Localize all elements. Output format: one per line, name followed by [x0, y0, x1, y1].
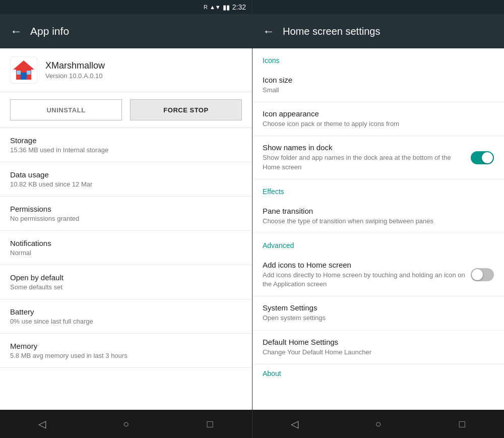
nav-recent-button[interactable]: □ — [195, 414, 225, 434]
page-title: App info — [30, 25, 69, 37]
svg-rect-2 — [21, 73, 27, 80]
permissions-item[interactable]: Permissions No permissions granted — [0, 197, 252, 231]
uninstall-button[interactable]: UNINSTALL — [10, 99, 122, 120]
icon-size-text: Icon size Small — [263, 76, 494, 95]
pane-transition-item[interactable]: Pane transition Choose the type of trans… — [253, 200, 504, 233]
action-buttons: UNINSTALL FORCE STOP — [0, 92, 252, 128]
notifications-item[interactable]: Notifications Normal — [0, 231, 252, 265]
settings-list: Icons Icon size Small Icon appearance Ch… — [253, 48, 504, 410]
svg-rect-3 — [17, 71, 21, 75]
right-status-bar — [253, 0, 504, 14]
app-name: XMarshmallow — [45, 60, 105, 71]
data-usage-label: Data usage — [10, 170, 242, 179]
left-panel: R ▲▼ ▮▮ 2:32 ← App info XMar — [0, 0, 252, 438]
force-stop-button[interactable]: FORCE STOP — [130, 99, 242, 120]
left-status-bar: R ▲▼ ▮▮ 2:32 — [0, 0, 252, 14]
icon-appearance-label: Icon appearance — [263, 109, 494, 118]
show-names-dock-text: Show names in dock Show folder and app n… — [263, 143, 466, 171]
nav-back-button[interactable]: ◁ — [27, 414, 57, 434]
pane-transition-label: Pane transition — [263, 207, 494, 215]
app-info-section: XMarshmallow Version 10.0.A.0.10 — [0, 48, 252, 92]
show-names-dock-toggle[interactable] — [471, 151, 494, 164]
memory-value: 5.8 MB avg memory used in last 3 hours — [10, 352, 242, 359]
memory-label: Memory — [10, 342, 242, 350]
storage-label: Storage — [10, 136, 242, 145]
system-settings-item[interactable]: System Settings Open system settings — [253, 296, 504, 330]
default-home-settings-desc: Change Your Default Home Launcher — [263, 348, 494, 357]
toggle-thumb — [482, 152, 493, 163]
icon-size-label: Icon size — [263, 76, 494, 84]
left-bottom-nav: ◁ ○ □ — [0, 410, 252, 438]
battery-icon: ▮▮ — [223, 4, 230, 11]
pane-transition-desc: Choose the type of transition when swipi… — [263, 217, 494, 226]
right-back-button[interactable]: ← — [263, 25, 275, 37]
show-names-dock-label: Show names in dock — [263, 143, 466, 152]
add-icons-home-label: Add icons to Home screen — [263, 261, 466, 269]
notifications-label: Notifications — [10, 239, 242, 247]
toggle-thumb-2 — [472, 269, 483, 280]
permissions-label: Permissions — [10, 205, 242, 213]
notifications-value: Normal — [10, 249, 242, 257]
system-settings-text: System Settings Open system settings — [263, 303, 494, 323]
app-version: Version 10.0.A.0.10 — [45, 72, 105, 80]
permissions-value: No permissions granted — [10, 215, 242, 222]
section-effects-header: Effects — [253, 179, 504, 200]
icon-size-desc: Small — [263, 86, 494, 95]
battery-item[interactable]: Battery 0% use since last full charge — [0, 299, 252, 334]
right-header: ← Home screen settings — [253, 14, 504, 48]
info-list: Storage 15.36 MB used in Internal storag… — [0, 128, 252, 410]
open-by-default-value: Some defaults set — [10, 283, 242, 291]
open-by-default-item[interactable]: Open by default Some defaults set — [0, 265, 252, 299]
pane-transition-text: Pane transition Choose the type of trans… — [263, 207, 494, 226]
data-usage-value: 10.82 KB used since 12 Mar — [10, 180, 242, 188]
back-button[interactable]: ← — [10, 25, 22, 37]
left-header: ← App info — [0, 14, 252, 48]
data-usage-item[interactable]: Data usage 10.82 KB used since 12 Mar — [0, 162, 252, 197]
add-icons-home-text: Add icons to Home screen Add icons direc… — [263, 261, 466, 289]
signal-icon: R — [204, 4, 208, 10]
default-home-settings-label: Default Home Settings — [263, 338, 494, 346]
add-icons-home-toggle[interactable] — [471, 268, 494, 281]
open-by-default-label: Open by default — [10, 273, 242, 282]
system-settings-label: System Settings — [263, 303, 494, 312]
show-names-dock-desc: Show folder and app names in the dock ar… — [263, 153, 466, 171]
icon-appearance-desc: Choose icon pack or theme to apply icons… — [263, 119, 494, 129]
memory-item[interactable]: Memory 5.8 MB avg memory used in last 3 … — [0, 334, 252, 368]
add-icons-home-desc: Add icons directly to Home screen by tou… — [263, 271, 466, 289]
show-names-dock-item[interactable]: Show names in dock Show folder and app n… — [253, 136, 504, 179]
right-page-title: Home screen settings — [283, 26, 380, 37]
nav-home-button[interactable]: ○ — [111, 414, 141, 434]
right-nav-home-button[interactable]: ○ — [363, 414, 393, 434]
battery-label: Battery — [10, 307, 242, 316]
right-nav-recent-button[interactable]: □ — [447, 414, 477, 434]
icon-appearance-item[interactable]: Icon appearance Choose icon pack or them… — [253, 102, 504, 136]
section-about-header: About — [253, 364, 504, 383]
system-settings-desc: Open system settings — [263, 314, 494, 323]
add-icons-home-item[interactable]: Add icons to Home screen Add icons direc… — [253, 254, 504, 296]
section-icons-header: Icons — [253, 48, 504, 69]
icon-size-item[interactable]: Icon size Small — [253, 69, 504, 102]
icon-appearance-text: Icon appearance Choose icon pack or them… — [263, 109, 494, 129]
right-bottom-nav: ◁ ○ □ — [253, 410, 504, 438]
app-info-text: XMarshmallow Version 10.0.A.0.10 — [45, 60, 105, 80]
storage-value: 15.36 MB used in Internal storage — [10, 146, 242, 154]
default-home-settings-item[interactable]: Default Home Settings Change Your Defaul… — [253, 331, 504, 364]
storage-item[interactable]: Storage 15.36 MB used in Internal storag… — [0, 128, 252, 162]
status-time: 2:32 — [232, 3, 246, 11]
default-home-settings-text: Default Home Settings Change Your Defaul… — [263, 338, 494, 357]
section-advanced-header: Advanced — [253, 233, 504, 254]
battery-value: 0% use since last full charge — [10, 318, 242, 325]
wifi-icon: ▲▼ — [210, 4, 221, 10]
status-icons: R ▲▼ ▮▮ — [204, 4, 230, 11]
app-icon — [10, 56, 37, 84]
svg-rect-4 — [27, 71, 31, 75]
right-panel: ← Home screen settings Icons Icon size S… — [252, 0, 504, 438]
right-nav-back-button[interactable]: ◁ — [279, 414, 309, 434]
